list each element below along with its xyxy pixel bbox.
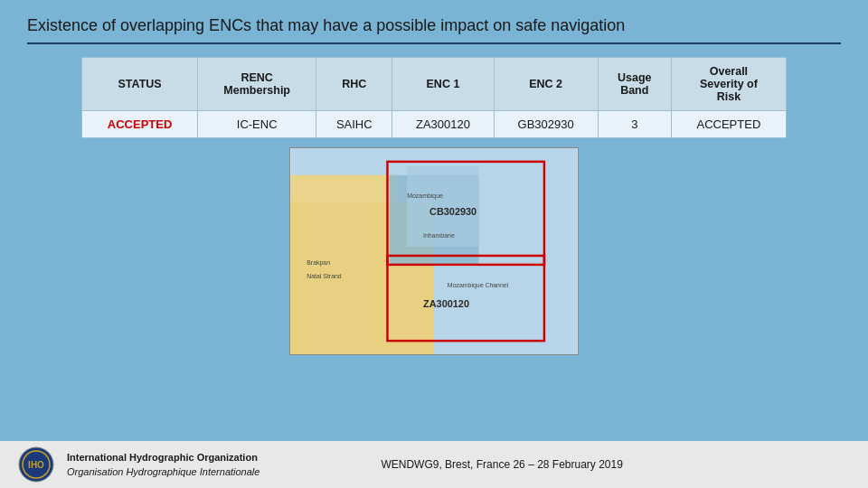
svg-text:Natal Strand: Natal Strand xyxy=(307,273,342,279)
cell-renc: IC-ENC xyxy=(198,111,316,138)
col-usage-band: UsageBand xyxy=(598,58,671,111)
footer-org-name-fr: Organisation Hydrographique Internationa… xyxy=(67,465,259,480)
svg-text:Mozambique: Mozambique xyxy=(407,192,443,200)
table-row: ACCEPTED IC-ENC SAIHC ZA300120 GB302930 … xyxy=(82,111,787,138)
cell-enc1: ZA300120 xyxy=(392,111,494,138)
cell-status: ACCEPTED xyxy=(82,111,198,138)
map-container: CB302930 ZA300120 Brakpan Natal Strand M… xyxy=(289,147,579,355)
svg-text:IHO: IHO xyxy=(28,460,44,470)
page-title: Existence of overlapping ENCs that may h… xyxy=(0,0,868,42)
table-header-row: STATUS RENCMembership RHC ENC 1 ENC 2 Us… xyxy=(82,58,787,111)
footer: IHO International Hydrographic Organizat… xyxy=(0,441,868,488)
cell-usage-band: 3 xyxy=(598,111,671,138)
svg-text:ZA300120: ZA300120 xyxy=(423,298,469,309)
footer-org-name-en: International Hydrographic Organization xyxy=(67,450,259,465)
data-table-wrapper: STATUS RENCMembership RHC ENC 1 ENC 2 Us… xyxy=(81,57,787,138)
data-table: STATUS RENCMembership RHC ENC 1 ENC 2 Us… xyxy=(81,57,787,138)
footer-event: WENDWG9, Brest, France 26 – 28 February … xyxy=(381,458,622,471)
svg-text:Mozambique Channel: Mozambique Channel xyxy=(448,282,509,289)
footer-org-text: International Hydrographic Organization … xyxy=(67,450,259,480)
cell-rhc: SAIHC xyxy=(316,111,392,138)
col-status: STATUS xyxy=(82,58,198,111)
col-rhc: RHC xyxy=(316,58,392,111)
cell-enc2: GB302930 xyxy=(494,111,598,138)
svg-text:CB302930: CB302930 xyxy=(429,206,476,217)
col-overall-severity: OverallSeverity ofRisk xyxy=(671,58,786,111)
iho-logo: IHO xyxy=(18,446,54,483)
main-content: STATUS RENCMembership RHC ENC 1 ENC 2 Us… xyxy=(0,57,868,355)
title-divider xyxy=(27,42,841,44)
map-svg: CB302930 ZA300120 Brakpan Natal Strand M… xyxy=(290,148,578,354)
col-renc: RENCMembership xyxy=(198,58,316,111)
svg-text:Inhambane: Inhambane xyxy=(423,232,455,239)
col-enc1: ENC 1 xyxy=(392,58,494,111)
cell-overall-severity: ACCEPTED xyxy=(671,111,786,138)
col-enc2: ENC 2 xyxy=(494,58,598,111)
svg-text:Brakpan: Brakpan xyxy=(307,259,330,267)
